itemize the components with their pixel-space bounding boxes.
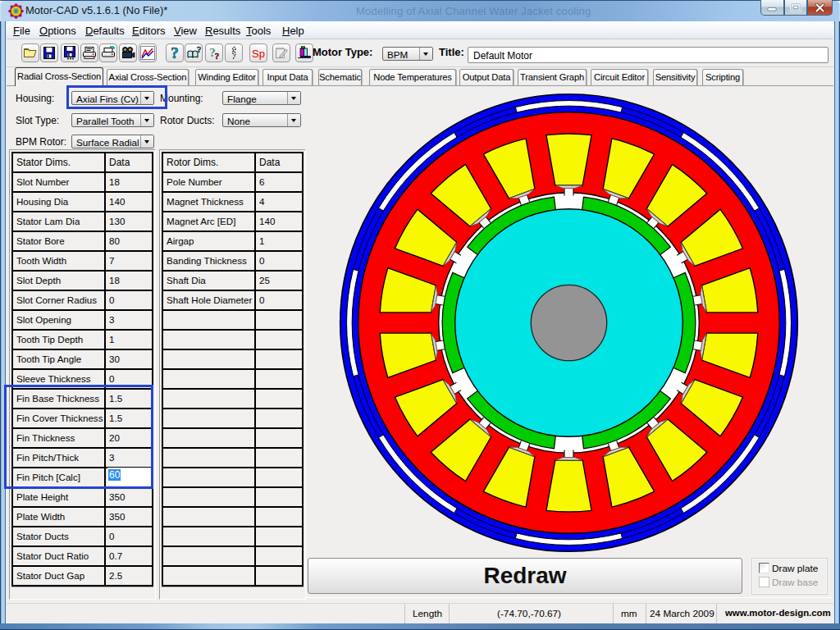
svg-text:?: ? (171, 46, 179, 60)
svg-text:Sp: Sp (252, 48, 265, 60)
svg-text:?: ? (197, 46, 201, 54)
svg-text:?: ? (214, 51, 219, 61)
